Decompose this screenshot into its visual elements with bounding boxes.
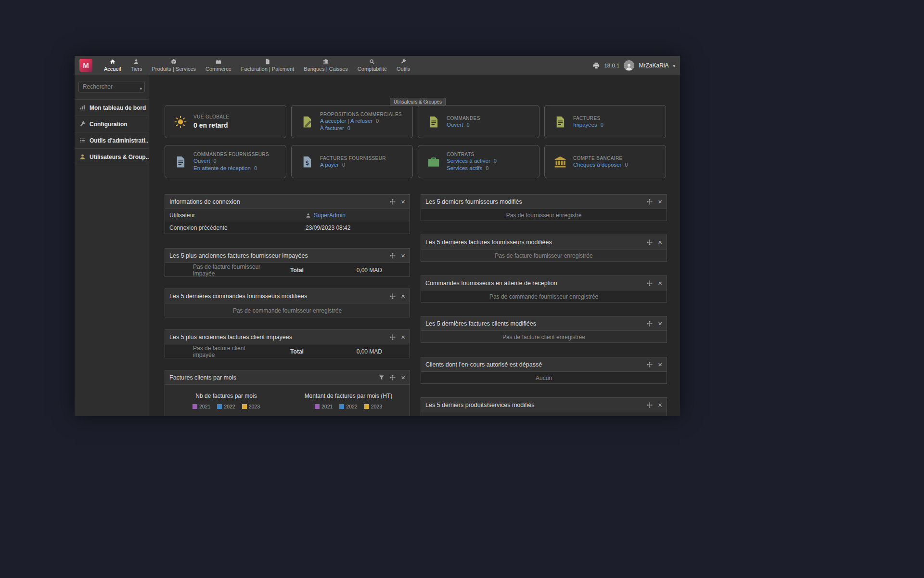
- kpi-title: VUE GLOBALE: [193, 114, 229, 119]
- close-icon[interactable]: [658, 279, 662, 287]
- empty-message: Pas de commande fournisseur enregistrée: [233, 307, 342, 314]
- close-icon[interactable]: [658, 238, 662, 246]
- user-icon: [306, 213, 311, 218]
- move-icon[interactable]: [390, 375, 396, 381]
- widget-latest-suppliers: Les 5 derniers fournisseurs modifiés Pas…: [421, 194, 667, 221]
- close-icon[interactable]: [401, 374, 405, 381]
- search-box: [78, 81, 145, 92]
- close-icon[interactable]: [658, 361, 662, 368]
- app-window: Accueil Tiers Produits | Services Commer…: [75, 56, 680, 416]
- chevron-down-icon[interactable]: [673, 63, 675, 68]
- widget-header: Les 5 dernières factures fournisseurs mo…: [421, 235, 667, 250]
- kpi-link[interactable]: À facturer: [320, 125, 344, 131]
- kpi-link[interactable]: En attente de réception: [193, 165, 251, 171]
- kpi-link[interactable]: Chèques à déposer: [573, 162, 621, 168]
- sidebar-item-dashboard[interactable]: Mon tableau de bord: [75, 100, 149, 116]
- sidebar-item-configuration[interactable]: Configuration: [75, 116, 149, 132]
- move-icon[interactable]: [390, 253, 396, 259]
- total-value: 0,00 MAD: [328, 348, 405, 355]
- widget-header: Commandes fournisseurs en attente de réc…: [421, 276, 667, 290]
- printer-icon[interactable]: [593, 62, 600, 69]
- sun-icon: [174, 116, 187, 128]
- nav-item-comptabilite[interactable]: Comptabilité: [353, 56, 392, 75]
- nav-item-banques-caisses[interactable]: Banques | Caisses: [299, 56, 353, 75]
- legend-swatch-2022: [217, 404, 222, 409]
- total-value: 0,00 MAD: [328, 267, 405, 274]
- proposal-icon: [301, 116, 313, 128]
- kpi-link[interactable]: A accepter | A refuser: [320, 118, 372, 124]
- user-menu[interactable]: MrZaKaRiA: [639, 62, 668, 69]
- filter-icon[interactable]: [379, 375, 385, 381]
- move-icon[interactable]: [647, 280, 653, 286]
- widget-title: Les 5 dernières factures fournisseurs mo…: [425, 239, 647, 246]
- move-icon[interactable]: [647, 199, 653, 205]
- empty-message: Pas de facture client enregistrée: [502, 334, 585, 341]
- legend-label: 2022: [346, 404, 357, 409]
- kpi-compte-bancaire: COMPTE BANCAIRE Chèques à déposer0: [544, 145, 666, 178]
- top-navbar: Accueil Tiers Produits | Services Commer…: [75, 56, 680, 75]
- empty-row: Pas de commande fournisseur enregistrée: [421, 290, 667, 302]
- kpi-value: 0 en retard: [193, 121, 229, 129]
- nav-item-tiers[interactable]: Tiers: [126, 56, 147, 75]
- move-icon[interactable]: [647, 402, 653, 408]
- close-icon[interactable]: [658, 320, 662, 328]
- kpi-title: CONTRATS: [447, 152, 497, 157]
- total-row: Pas de facture fournisseur impayée Total…: [165, 263, 410, 277]
- nav-item-commerce[interactable]: Commerce: [201, 56, 236, 75]
- kpi-title: PROPOSITIONS COMMERCIALES: [320, 112, 402, 117]
- empty-message: Pas de fournisseur enregistré: [506, 212, 582, 219]
- kpi-link[interactable]: Services actifs: [447, 165, 482, 171]
- nav-item-outils[interactable]: Outils: [392, 56, 415, 75]
- search-input[interactable]: [78, 81, 145, 92]
- nav-item-accueil[interactable]: Accueil: [99, 56, 126, 75]
- user-avatar[interactable]: [624, 60, 634, 71]
- move-icon[interactable]: [647, 362, 653, 368]
- contract-icon: [427, 156, 440, 168]
- move-icon[interactable]: [390, 334, 396, 340]
- close-icon[interactable]: [401, 333, 405, 341]
- legend-label: 2022: [224, 404, 235, 409]
- kpi-vue-globale: VUE GLOBALE 0 en retard: [165, 105, 286, 138]
- move-icon[interactable]: [647, 239, 653, 245]
- move-icon[interactable]: [647, 321, 653, 327]
- list-icon: [79, 137, 86, 144]
- move-icon[interactable]: [390, 199, 396, 205]
- app-logo[interactable]: [79, 59, 92, 72]
- empty-message: Aucun: [536, 375, 552, 381]
- close-icon[interactable]: [401, 292, 405, 300]
- close-icon[interactable]: [658, 198, 662, 206]
- superadmin-link[interactable]: SuperAdmin: [314, 212, 346, 219]
- nav-label: Comptabilité: [358, 66, 387, 72]
- search-dropdown-icon[interactable]: [140, 83, 142, 92]
- kpi-title: FACTURES FOURNISSEUR: [320, 156, 386, 161]
- kpi-propositions-commerciales: PROPOSITIONS COMMERCIALES A accepter | A…: [291, 105, 413, 138]
- sidebar-item-admin-tools[interactable]: Outils d'administrati...: [75, 132, 149, 149]
- wrench-icon: [79, 121, 86, 127]
- widget-title: Commandes fournisseurs en attente de réc…: [425, 280, 647, 287]
- chart-title: Montant de factures par mois (HT): [287, 393, 410, 399]
- kpi-link[interactable]: Impayées: [573, 122, 597, 128]
- move-icon[interactable]: [390, 293, 396, 299]
- bank-account-icon: [554, 156, 566, 168]
- nav-label: Banques | Caisses: [304, 66, 348, 72]
- nav-label: Tiers: [130, 66, 142, 72]
- chart-legend: 2021 2022 2023: [165, 404, 287, 409]
- sidebar-label: Configuration: [90, 121, 128, 128]
- main-menu: Accueil Tiers Produits | Services Commer…: [99, 56, 415, 75]
- widget-latest-products-services: Les 5 derniers produits/services modifié…: [421, 397, 667, 416]
- nav-item-produits-services[interactable]: Produits | Services: [147, 56, 201, 75]
- widget-title: Factures clients par mois: [169, 374, 379, 381]
- kpi-link[interactable]: Ouvert: [193, 158, 210, 164]
- kpi-link[interactable]: Services à activer: [447, 158, 490, 164]
- invoice-icon: [554, 116, 566, 128]
- sidebar-menu: Mon tableau de bord Configuration Outils…: [75, 99, 149, 165]
- close-icon[interactable]: [401, 252, 405, 260]
- close-icon[interactable]: [658, 401, 662, 409]
- close-icon[interactable]: [401, 198, 405, 206]
- kpi-count: 0: [214, 158, 217, 164]
- sidebar-label: Mon tableau de bord: [90, 105, 146, 111]
- nav-item-facturation-paiement[interactable]: Facturation | Paiement: [236, 56, 299, 75]
- kpi-link[interactable]: Ouvert: [447, 122, 463, 128]
- sidebar-item-users-groups[interactable]: Utilisateurs & Group...: [75, 149, 149, 165]
- kpi-link[interactable]: A payer: [320, 162, 339, 168]
